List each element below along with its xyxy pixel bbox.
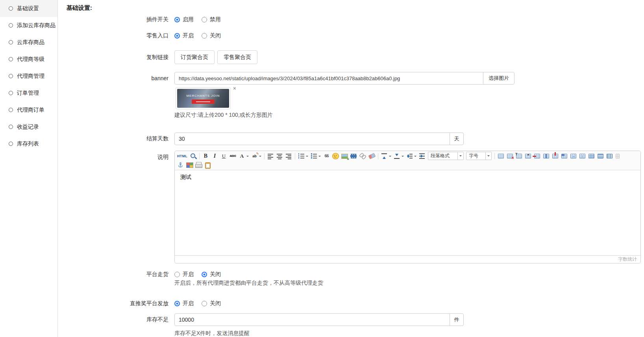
blockquote-icon[interactable]: 66 [322,152,331,160]
insert-row-icon[interactable] [525,154,531,158]
unordered-list-icon[interactable] [310,152,318,160]
toolbar-divider [378,153,378,159]
remove-format-icon[interactable] [368,152,376,160]
insert-link-icon[interactable] [359,152,367,160]
settings-page: 基础设置 添加云库存商品 云库存商品 代理商等级 代理商管理 订单管理 代理商订… [0,0,644,337]
select-caret-icon[interactable] [485,152,491,160]
settings-form: 基础设置: 插件开关 启用 禁用 零售入口 开启 关闭 [58,0,644,337]
merge-cells-down-icon[interactable] [579,154,585,158]
cell-properties-icon[interactable] [561,154,567,158]
direct-reward-label: 直推奖平台发放 [58,300,174,307]
circle-icon [9,6,13,11]
map-icon[interactable] [185,161,194,169]
sidebar-item-stock-list[interactable]: 库存列表 [0,135,57,152]
radio-unselected-icon[interactable] [202,17,207,22]
insert-image-icon[interactable] [341,152,349,160]
align-bottom-icon[interactable] [393,152,401,160]
strikethrough-button[interactable]: ABC [229,152,237,160]
line-height-icon[interactable] [405,152,414,160]
paragraph-format-select[interactable]: 段落格式 [428,152,464,160]
sidebar: 基础设置 添加云库存商品 云库存商品 代理商等级 代理商管理 订单管理 代理商订… [0,0,58,337]
retail-entry-row: 零售入口 开启 关闭 [58,32,644,39]
radio-selected-icon[interactable] [202,272,207,277]
sidebar-item-income-records[interactable]: 收益记录 [0,118,57,135]
dropdown-caret-icon[interactable] [414,156,416,158]
font-color-button[interactable]: A [238,152,246,160]
table-row-layout-icon[interactable] [598,154,603,158]
radio-selected-icon[interactable] [174,17,180,22]
print-icon[interactable] [194,161,203,169]
insert-column-icon[interactable] [543,154,549,158]
html-source-button[interactable]: HTML [176,152,188,160]
low-stock-input[interactable] [174,313,450,326]
platform-ship-label: 平台走货 [58,271,174,278]
sidebar-item-agent-level[interactable]: 代理商等级 [0,51,57,68]
select-caret-icon[interactable] [457,152,463,160]
ordered-list-icon[interactable] [297,152,305,160]
sidebar-item-label: 基础设置 [17,5,39,12]
plugin-switch-radio-enable[interactable]: 启用 [174,16,194,23]
highlight-color-button[interactable]: ab [250,152,259,160]
table-column-layout-icon[interactable] [607,154,613,158]
radio-label: 开启 [183,32,194,39]
plugin-switch-radio-disable[interactable]: 禁用 [202,16,221,23]
sidebar-item-label: 代理商等级 [17,56,44,63]
dropdown-caret-icon[interactable] [259,156,261,158]
font-size-select[interactable]: 字号 [466,152,492,160]
insert-media-icon[interactable] [350,152,358,160]
dropdown-caret-icon[interactable] [402,156,404,158]
plugin-switch-label: 插件开关 [58,16,174,23]
platform-ship-radio-on[interactable]: 开启 [174,271,194,278]
underline-button[interactable]: U [220,152,228,160]
radio-selected-icon[interactable] [174,33,180,39]
align-right-icon[interactable] [285,152,293,160]
retail-aggregate-page-button[interactable]: 零售聚合页 [217,50,257,64]
merge-cells-right-icon[interactable] [570,154,576,158]
retail-entry-radio-off[interactable]: 关闭 [202,32,221,39]
dropdown-caret-icon[interactable] [246,156,249,158]
editor-content[interactable]: 测试 [175,170,640,255]
sidebar-item-agent-orders[interactable]: 代理商订单 [0,101,57,118]
dropdown-caret-icon[interactable] [389,156,391,158]
platform-ship-row: 平台走货 开启 关闭 [58,271,644,278]
direct-reward-radio-off[interactable]: 关闭 [202,300,221,307]
radio-unselected-icon[interactable] [174,272,180,277]
remove-image-icon[interactable]: × [233,86,236,91]
table-properties-icon[interactable] [516,154,522,158]
split-cells-icon[interactable] [588,154,594,158]
toolbar-divider [199,153,200,159]
sidebar-item-agent-manage[interactable]: 代理商管理 [0,68,57,85]
dropdown-caret-icon[interactable] [318,156,321,158]
sidebar-item-add-cloud-stock-goods[interactable]: 添加云库存商品 [0,17,57,34]
anchor-icon[interactable] [176,161,185,169]
choose-image-button[interactable]: 选择图片 [483,72,514,85]
delete-table-icon[interactable] [507,154,513,158]
italic-button[interactable]: I [211,152,219,160]
banner-url-input[interactable] [174,72,483,85]
radio-selected-icon[interactable] [174,301,180,306]
dropdown-caret-icon[interactable] [306,156,308,158]
sidebar-item-label: 收益记录 [17,123,39,131]
settle-days-input[interactable] [174,133,450,145]
sidebar-item-basic-settings[interactable]: 基础设置 [0,0,57,17]
sidebar-item-cloud-stock-goods[interactable]: 云库存商品 [0,34,57,51]
indent-icon[interactable] [418,152,426,160]
retail-entry-radio-on[interactable]: 开启 [174,32,194,39]
align-center-icon[interactable] [276,152,284,160]
delete-row-icon[interactable] [534,154,540,158]
sidebar-item-order-manage[interactable]: 订单管理 [0,85,57,101]
paste-icon[interactable] [204,161,212,169]
order-aggregate-page-button[interactable]: 订货聚合页 [174,50,215,64]
radio-unselected-icon[interactable] [202,301,207,306]
insert-table-icon[interactable] [498,154,504,158]
preview-icon[interactable] [189,152,197,160]
emoticon-icon[interactable] [331,152,340,160]
radio-unselected-icon[interactable] [202,33,207,39]
bold-button[interactable]: B [202,152,210,160]
settle-days-unit: 天 [450,133,464,145]
align-left-icon[interactable] [266,152,275,160]
align-top-icon[interactable] [380,152,389,160]
platform-ship-radio-off[interactable]: 关闭 [202,271,221,278]
direct-reward-radio-on[interactable]: 开启 [174,300,194,307]
delete-column-icon[interactable] [552,154,558,158]
